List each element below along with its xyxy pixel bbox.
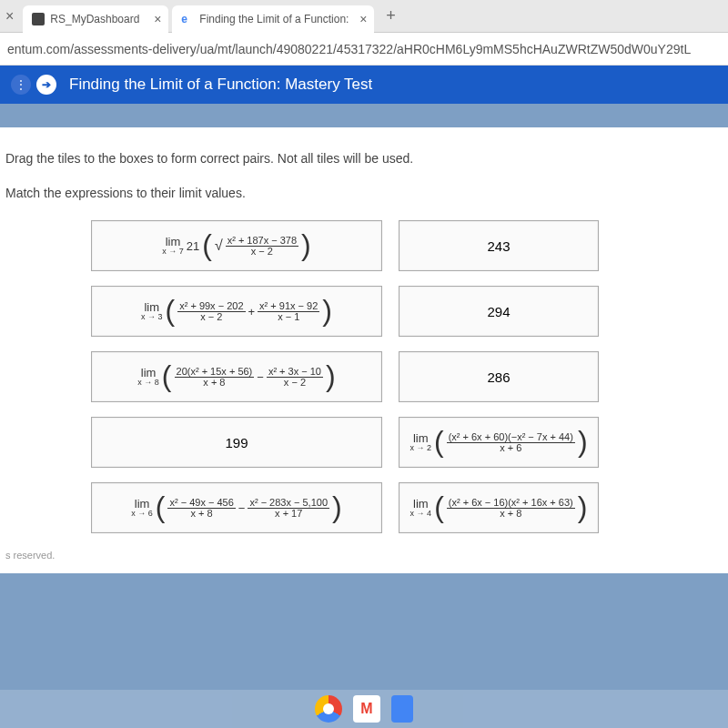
expression-tile[interactable]: limx → 4 ( (x² + 6x − 16)(x² + 16x + 63)…	[399, 482, 599, 533]
header-menu-icon[interactable]: ⋮	[11, 75, 31, 95]
tile-row: limx → 7 21( √ x² + 187x − 378x − 2 ) 24…	[18, 220, 710, 271]
tab-close-icon[interactable]: ×	[154, 12, 161, 26]
value-tile[interactable]: 243	[399, 220, 599, 271]
page-title: Finding the Limit of a Function: Mastery…	[69, 76, 372, 94]
footer-text: s reserved.	[0, 550, 728, 561]
browser-tab-dashboard[interactable]: RS_MyDashboard ×	[23, 5, 168, 33]
new-tab-button[interactable]: +	[378, 4, 403, 29]
address-bar[interactable]: entum.com/assessments-delivery/ua/mt/lau…	[0, 33, 728, 66]
expression-tile[interactable]: limx → 8 ( 20(x² + 15x + 56)x + 8 − x² +…	[91, 351, 382, 402]
tile-row: 199 limx → 2 ( (x² + 6x + 60)(−x² − 7x +…	[18, 417, 710, 468]
os-dock: M	[0, 690, 728, 728]
expression-tile[interactable]: limx → 7 21( √ x² + 187x − 378x − 2 )	[91, 220, 382, 271]
value-tile[interactable]: 294	[399, 286, 599, 337]
tab-close-icon[interactable]: ×	[359, 12, 367, 26]
expression-tile[interactable]: limx → 2 ( (x² + 6x + 60)(−x² − 7x + 44)…	[399, 417, 599, 468]
header-nav-icon[interactable]: ➔	[36, 75, 56, 95]
main-content: Drag the tiles to the boxes to form corr…	[0, 127, 728, 573]
page-header: ⋮ ➔ Finding the Limit of a Function: Mas…	[0, 66, 728, 104]
docs-icon[interactable]	[391, 695, 413, 723]
tab-favicon-icon	[32, 13, 45, 25]
tile-row: limx → 6 ( x² − 49x − 456x + 8 − x² − 28…	[18, 482, 710, 533]
expression-tile[interactable]: limx → 3 ( x² + 99x − 202x − 2 + x² + 91…	[91, 286, 382, 337]
url-text: entum.com/assessments-delivery/ua/mt/lau…	[7, 42, 691, 56]
value-tile[interactable]: 199	[91, 417, 382, 468]
browser-tab-active[interactable]: e Finding the Limit of a Function: ×	[172, 5, 374, 33]
tiles-area: limx → 7 21( √ x² + 187x − 378x − 2 ) 24…	[0, 220, 728, 533]
tab-label: RS_MyDashboard	[50, 13, 139, 25]
close-icon[interactable]: ×	[5, 8, 14, 25]
gmail-icon[interactable]: M	[353, 695, 380, 723]
tile-row: limx → 3 ( x² + 99x − 202x − 2 + x² + 91…	[18, 286, 710, 337]
instruction-secondary: Match the expressions to their limit val…	[0, 186, 728, 200]
chrome-icon[interactable]	[315, 695, 342, 723]
expression-tile[interactable]: limx → 6 ( x² − 49x − 456x + 8 − x² − 28…	[91, 482, 382, 533]
value-tile[interactable]: 286	[399, 351, 599, 402]
tab-label: Finding the Limit of a Function:	[199, 13, 349, 25]
tile-row: limx → 8 ( 20(x² + 15x + 56)x + 8 − x² +…	[18, 351, 710, 402]
instruction-primary: Drag the tiles to the boxes to form corr…	[0, 151, 728, 166]
tab-favicon-icon: e	[181, 13, 194, 25]
browser-tab-strip: × RS_MyDashboard × e Finding the Limit o…	[0, 0, 728, 33]
